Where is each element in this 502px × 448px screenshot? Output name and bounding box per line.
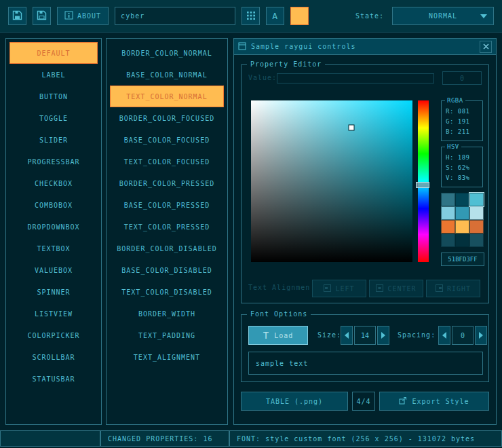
value-label: Value: <box>248 74 277 81</box>
font-settings-button[interactable]: A <box>266 7 284 25</box>
hue-slider[interactable] <box>418 100 429 262</box>
style-color-swatch[interactable] <box>469 220 484 234</box>
font-spacing-value[interactable]: 0 <box>452 326 474 345</box>
color-panel-cursor <box>349 126 353 130</box>
floppy-save-icon <box>12 10 22 22</box>
controls-item-combobox[interactable]: COMBOBOX <box>9 194 98 216</box>
controls-item-slider[interactable]: SLIDER <box>9 129 98 151</box>
properties-item-border_color_normal[interactable]: BORDER_COLOR_NORMAL <box>110 42 224 64</box>
rgba-group-label: RGBA <box>445 97 465 104</box>
properties-item-border_color_focused[interactable]: BORDER_COLOR_FOCUSED <box>110 107 224 129</box>
align-center-label: CENTER <box>387 285 416 293</box>
save-style-as-button[interactable] <box>33 7 51 25</box>
hsv-hue-value: H: 189 <box>446 153 478 163</box>
hsv-group-label: HSV <box>445 143 461 150</box>
controls-item-listview[interactable]: LISTVIEW <box>9 303 98 324</box>
export-style-button[interactable]: Export Style <box>379 392 489 411</box>
rgba-group: RGBA R: 081 G: 191 B: 211 <box>441 100 483 141</box>
floppy-save-as-icon <box>37 10 47 22</box>
export-icon <box>399 396 407 406</box>
window-close-button[interactable] <box>480 41 492 53</box>
about-button[interactable]: ABOUT <box>57 7 109 25</box>
align-left-button[interactable]: LEFT <box>312 280 366 297</box>
align-right-label: RIGHT <box>447 285 471 293</box>
style-table-button[interactable] <box>242 7 260 25</box>
state-label: State: <box>355 12 384 20</box>
value-slider[interactable] <box>277 73 434 83</box>
style-color-swatch[interactable] <box>469 193 484 206</box>
style-color-swatch[interactable] <box>441 206 455 220</box>
font-size-increase-button[interactable] <box>377 326 389 345</box>
controls-item-progressbar[interactable]: PROGRESSBAR <box>9 151 98 172</box>
properties-item-border_color_pressed[interactable]: BORDER_COLOR_PRESSED <box>110 172 224 194</box>
state-dropdown[interactable]: NORMAL <box>392 7 494 25</box>
properties-item-base_color_pressed[interactable]: BASE_COLOR_PRESSED <box>110 194 224 216</box>
properties-list: BORDER_COLOR_NORMALBASE_COLOR_NORMALTEXT… <box>106 38 228 425</box>
controls-item-colorpicker[interactable]: COLORPICKER <box>9 324 98 346</box>
export-table-png-button[interactable]: TABLE (.png) <box>241 392 348 411</box>
controls-item-valuebox[interactable]: VALUEBOX <box>9 259 98 281</box>
style-color-swatch[interactable] <box>455 234 469 247</box>
sample-text-input[interactable] <box>248 352 483 375</box>
style-color-swatch[interactable] <box>469 206 484 220</box>
hsv-value-value: V: 83% <box>446 173 478 183</box>
state-dropdown-value: NORMAL <box>429 12 457 20</box>
controls-item-label[interactable]: LABEL <box>9 64 98 86</box>
font-spacing-decrease-button[interactable] <box>438 326 450 345</box>
about-button-label: ABOUT <box>77 12 101 20</box>
style-color-swatch[interactable] <box>441 193 455 206</box>
rgba-blue-value: B: 211 <box>446 127 478 137</box>
text-alignment-label: Text Alignment: <box>248 284 309 291</box>
load-font-button[interactable]: T Load <box>248 326 308 345</box>
style-color-swatch[interactable] <box>455 220 469 234</box>
properties-item-text_color_disabled[interactable]: TEXT_COLOR_DISABLED <box>110 281 224 303</box>
properties-item-text_alignment[interactable]: TEXT_ALIGNMENT <box>110 346 224 368</box>
controls-item-toggle[interactable]: TOGGLE <box>9 107 98 129</box>
style-color-swatch[interactable] <box>455 206 469 220</box>
hex-color-input[interactable] <box>441 253 484 266</box>
state-selector-group: State: NORMAL <box>355 7 494 25</box>
color-picker-toggle-button[interactable] <box>290 7 309 25</box>
page-indicator[interactable]: 4/4 <box>352 392 375 411</box>
color-panel[interactable] <box>251 100 412 262</box>
font-size-value[interactable]: 14 <box>354 326 376 345</box>
font-spacing-increase-button[interactable] <box>475 326 487 345</box>
properties-item-text_color_focused[interactable]: TEXT_COLOR_FOCUSED <box>110 151 224 172</box>
properties-item-base_color_disabled[interactable]: BASE_COLOR_DISABLED <box>110 259 224 281</box>
chevron-down-icon <box>480 14 487 18</box>
hsv-group: HSV H: 189 S: 62% V: 83% <box>441 147 483 187</box>
value-box[interactable]: 0 <box>442 71 482 85</box>
rgba-green-value: G: 191 <box>446 117 478 127</box>
style-name-input[interactable] <box>115 7 235 25</box>
style-color-swatch[interactable] <box>441 234 455 247</box>
controls-item-textbox[interactable]: TEXTBOX <box>9 238 98 259</box>
align-center-icon <box>376 284 383 293</box>
properties-item-text_color_normal[interactable]: TEXT_COLOR_NORMAL <box>110 86 224 107</box>
controls-item-dropdownbox[interactable]: DROPDOWNBOX <box>9 216 98 238</box>
properties-item-border_width[interactable]: BORDER_WIDTH <box>110 303 224 324</box>
controls-item-scrollbar[interactable]: SCROLLBAR <box>9 346 98 368</box>
rgba-red-value: R: 081 <box>446 107 478 117</box>
controls-item-default[interactable]: DEFAULT <box>9 42 98 64</box>
align-right-button[interactable]: RIGHT <box>426 280 480 297</box>
properties-item-base_color_normal[interactable]: BASE_COLOR_NORMAL <box>110 64 224 86</box>
style-color-swatch[interactable] <box>469 234 484 247</box>
hue-slider-handle[interactable] <box>416 182 429 188</box>
font-spacing-spinner: 0 <box>438 326 487 345</box>
properties-item-text_padding[interactable]: TEXT_PADDING <box>110 324 224 346</box>
align-right-icon <box>436 284 443 293</box>
style-color-swatch[interactable] <box>455 193 469 206</box>
load-font-label: Load <box>274 332 293 339</box>
save-style-button[interactable] <box>8 7 26 25</box>
align-center-button[interactable]: CENTER <box>369 280 423 297</box>
properties-item-text_color_pressed[interactable]: TEXT_COLOR_PRESSED <box>110 216 224 238</box>
style-color-swatch[interactable] <box>441 220 455 234</box>
property-editor-group: Property Editor Value: 0 RGBA R: 081 G: … <box>241 64 489 303</box>
properties-item-border_color_disabled[interactable]: BORDER_COLOR_DISABLED <box>110 238 224 259</box>
controls-item-spinner[interactable]: SPINNER <box>9 281 98 303</box>
font-size-decrease-button[interactable] <box>341 326 353 345</box>
controls-item-statusbar[interactable]: STATUSBAR <box>9 368 98 390</box>
properties-item-base_color_focused[interactable]: BASE_COLOR_FOCUSED <box>110 129 224 151</box>
controls-item-button[interactable]: BUTTON <box>9 86 98 107</box>
controls-item-checkbox[interactable]: CHECKBOX <box>9 172 98 194</box>
